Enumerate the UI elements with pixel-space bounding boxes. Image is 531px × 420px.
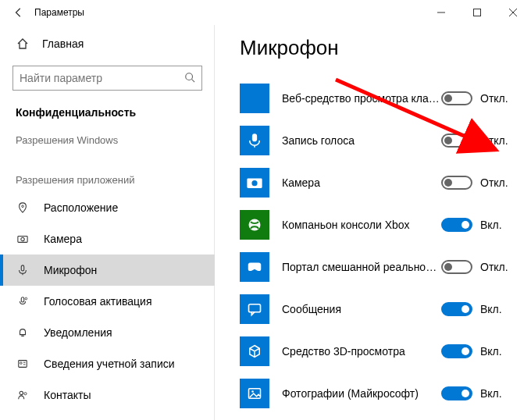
sidebar: Главная Конфиденциальность Разрешения Wi… <box>0 25 215 420</box>
sidebar-item-label: Контакты <box>44 389 91 401</box>
sidebar-item-location[interactable]: Расположение <box>0 192 215 223</box>
toggle-webview[interactable] <box>441 91 472 105</box>
svg-point-11 <box>25 297 27 300</box>
svg-point-21 <box>249 219 261 231</box>
app-label: Фотографии (Майкрософт) <box>269 387 441 400</box>
svg-point-6 <box>22 205 24 208</box>
sidebar-item-camera[interactable]: Камера <box>0 223 215 254</box>
toggle-mixed-reality[interactable] <box>441 260 472 274</box>
sidebar-item-account[interactable]: Сведения учетной записи <box>0 348 215 379</box>
toggle-state: Откл. <box>480 134 511 147</box>
app-label: Средство 3D-просмотра <box>269 345 441 358</box>
main: Главная Конфиденциальность Разрешения Wi… <box>0 25 531 420</box>
bell-icon <box>16 327 30 338</box>
sidebar-item-notifications[interactable]: Уведомления <box>0 317 215 348</box>
app-row-messages: Сообщения Вкл. <box>240 288 523 330</box>
voice-recorder-icon <box>240 126 269 155</box>
svg-point-4 <box>186 73 193 80</box>
sidebar-group-apps: Разрешения приложений <box>0 166 215 192</box>
titlebar: Параметры <box>0 0 531 25</box>
svg-point-8 <box>21 237 24 240</box>
toggle-xbox[interactable] <box>441 218 472 232</box>
toggle-3d-viewer[interactable] <box>441 344 472 358</box>
app-row-feedback: Центр отзывов Вкл. <box>240 415 523 420</box>
sidebar-item-microphone[interactable]: Микрофон <box>0 254 215 286</box>
app-row-photos: Фотографии (Майкрософт) Вкл. <box>240 372 523 415</box>
search-input[interactable] <box>20 72 184 84</box>
svg-rect-18 <box>252 133 257 141</box>
svg-rect-9 <box>21 265 24 271</box>
toggle-photos[interactable] <box>441 386 472 400</box>
svg-point-17 <box>24 393 27 395</box>
mixed-reality-icon <box>240 252 269 282</box>
sidebar-item-label: Камера <box>44 233 82 245</box>
content-area: Микрофон Веб-средство просмотра классиче… <box>215 25 531 420</box>
close-button[interactable] <box>495 0 531 25</box>
toggle-state: Вкл. <box>480 303 511 315</box>
back-button[interactable] <box>6 0 31 25</box>
app-row-voice-recorder: Запись голоса Откл. <box>240 119 523 162</box>
location-icon <box>16 202 30 213</box>
sidebar-item-label: Микрофон <box>44 264 97 276</box>
close-icon <box>509 9 517 16</box>
viewer-3d-icon <box>240 336 269 366</box>
sidebar-item-label: Уведомления <box>44 326 112 339</box>
toggle-voice-recorder[interactable] <box>441 133 472 148</box>
app-label: Запись голоса <box>269 134 441 147</box>
toggle-camera[interactable] <box>441 176 472 190</box>
photos-icon <box>240 379 269 408</box>
search-box[interactable] <box>12 66 202 91</box>
sidebar-item-voice[interactable]: Голосовая активация <box>0 286 215 317</box>
sidebar-group-windows: Разрешения Windows <box>0 126 215 152</box>
svg-rect-7 <box>18 237 27 243</box>
sidebar-category: Конфиденциальность <box>0 98 215 126</box>
page-title: Микрофон <box>240 36 523 60</box>
toggle-state: Вкл. <box>480 387 511 400</box>
toggle-state: Откл. <box>480 261 511 273</box>
sidebar-item-label: Голосовая активация <box>44 295 152 308</box>
svg-rect-22 <box>249 304 261 312</box>
app-row-3d-viewer: Средство 3D-просмотра Вкл. <box>240 330 523 372</box>
voice-icon <box>16 296 30 307</box>
maximize-icon <box>473 9 481 16</box>
app-row-mixed-reality: Портал смешанной реальности Откл. <box>240 246 523 288</box>
account-icon <box>16 358 30 369</box>
sidebar-item-contacts[interactable]: Контакты <box>0 379 215 411</box>
sidebar-item-label: Сведения учетной записи <box>44 358 175 370</box>
app-label: Веб-средство просмотра классических... <box>269 92 441 105</box>
app-label: Портал смешанной реальности <box>269 261 441 273</box>
home-icon <box>16 37 30 50</box>
search-icon <box>184 72 195 85</box>
xbox-icon <box>240 210 269 240</box>
toggle-state: Вкл. <box>480 345 511 358</box>
minimize-icon <box>437 9 445 16</box>
maximize-button[interactable] <box>459 0 495 25</box>
home-label: Главная <box>42 37 84 50</box>
app-row-camera: Камера Откл. <box>240 162 523 204</box>
toggle-messages[interactable] <box>441 302 472 316</box>
app-label: Сообщения <box>269 303 441 315</box>
toggle-state: Откл. <box>480 92 511 105</box>
svg-point-24 <box>251 390 254 393</box>
svg-point-20 <box>251 180 257 186</box>
app-row-webview: Веб-средство просмотра классических... О… <box>240 77 523 119</box>
toggle-state: Вкл. <box>480 219 511 231</box>
app-tile-icon <box>240 84 269 113</box>
window-controls <box>423 0 531 25</box>
window-title: Параметры <box>34 7 84 18</box>
toggle-state: Откл. <box>480 176 511 189</box>
app-label: Камера <box>269 176 441 189</box>
minimize-button[interactable] <box>423 0 459 25</box>
camera-icon <box>16 233 30 244</box>
contacts-icon <box>16 390 30 400</box>
svg-line-5 <box>192 79 195 82</box>
app-label: Компаньон консоли Xbox <box>269 219 441 231</box>
svg-point-16 <box>20 391 23 394</box>
svg-rect-10 <box>21 297 24 302</box>
sidebar-item-label: Расположение <box>44 201 118 214</box>
home-link[interactable]: Главная <box>0 30 215 58</box>
search-wrap <box>0 58 215 98</box>
camera-app-icon <box>240 168 269 198</box>
messages-icon <box>240 294 269 324</box>
microphone-icon <box>16 265 30 276</box>
